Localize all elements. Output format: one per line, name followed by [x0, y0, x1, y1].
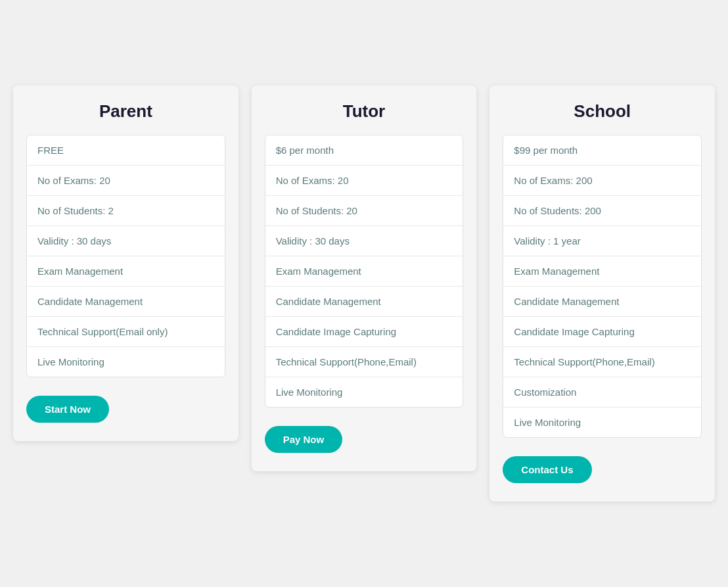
plan-card-school: School$99 per monthNo of Exams: 200No of…: [489, 85, 715, 502]
feature-item: Candidate Image Capturing: [265, 317, 463, 347]
feature-item: Candidate Management: [27, 287, 225, 317]
feature-item: Candidate Image Capturing: [503, 317, 701, 347]
feature-item: Live Monitoring: [265, 377, 463, 407]
parent-button[interactable]: Start Now: [26, 396, 109, 423]
feature-item: No of Students: 200: [503, 196, 701, 226]
feature-item: Validity : 30 days: [27, 226, 225, 256]
feature-item: Exam Management: [265, 256, 463, 287]
feature-item: Live Monitoring: [503, 408, 701, 437]
pricing-container: ParentFREENo of Exams: 20No of Students:…: [13, 85, 715, 502]
features-list-tutor: $6 per monthNo of Exams: 20No of Student…: [265, 135, 464, 408]
feature-item: $6 per month: [265, 135, 463, 166]
feature-item: No of Students: 2: [27, 196, 225, 226]
features-list-school: $99 per monthNo of Exams: 200No of Stude…: [503, 135, 702, 438]
feature-item: FREE: [27, 135, 225, 166]
tutor-button[interactable]: Pay Now: [265, 426, 343, 453]
plan-title-school: School: [503, 101, 702, 122]
feature-item: Technical Support(Phone,Email): [265, 347, 463, 377]
feature-item: Candidate Management: [503, 287, 701, 317]
plan-title-parent: Parent: [26, 101, 225, 122]
feature-item: Candidate Management: [265, 287, 463, 317]
features-list-parent: FREENo of Exams: 20No of Students: 2Vali…: [26, 135, 225, 377]
feature-item: No of Students: 20: [265, 196, 463, 226]
plan-card-parent: ParentFREENo of Exams: 20No of Students:…: [13, 85, 239, 441]
feature-item: Exam Management: [503, 256, 701, 287]
feature-item: No of Exams: 20: [27, 166, 225, 196]
feature-item: No of Exams: 20: [265, 166, 463, 196]
school-button[interactable]: Contact Us: [503, 456, 591, 483]
plan-title-tutor: Tutor: [265, 101, 464, 122]
feature-item: Technical Support(Email only): [27, 317, 225, 347]
feature-item: Live Monitoring: [27, 347, 225, 377]
feature-item: Validity : 30 days: [265, 226, 463, 256]
feature-item: No of Exams: 200: [503, 166, 701, 196]
feature-item: Technical Support(Phone,Email): [503, 347, 701, 377]
feature-item: Validity : 1 year: [503, 226, 701, 256]
feature-item: Exam Management: [27, 256, 225, 287]
feature-item: $99 per month: [503, 135, 701, 166]
plan-card-tutor: Tutor$6 per monthNo of Exams: 20No of St…: [252, 85, 477, 471]
feature-item: Customization: [503, 377, 701, 408]
